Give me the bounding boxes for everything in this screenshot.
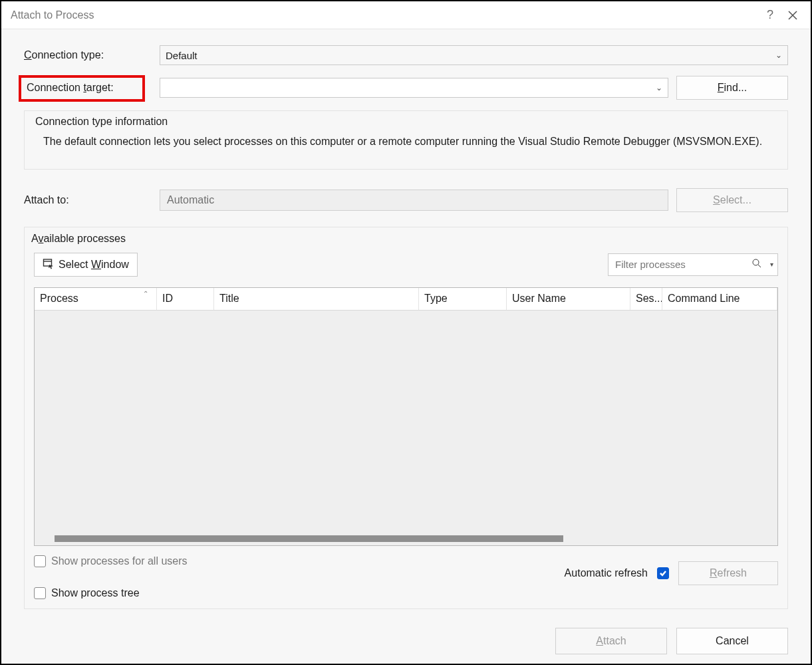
connection-type-row: Connection type: Default ⌄ — [24, 45, 788, 65]
select-window-button[interactable]: Select Window — [34, 253, 138, 277]
connection-type-select[interactable]: Default ⌄ — [160, 45, 788, 65]
sort-asc-icon: ⌃ — [143, 290, 148, 297]
close-icon[interactable] — [781, 4, 804, 27]
filter-placeholder: Filter processes — [615, 259, 747, 270]
attach-to-process-dialog: Attach to Process ? Connection type: Def… — [0, 0, 812, 665]
window-title: Attach to Process — [11, 9, 759, 21]
connection-type-label: Connection type: — [24, 49, 150, 61]
attach-to-label: Attach to: — [24, 194, 150, 206]
dialog-body: Connection type: Default ⌄ Connection ta… — [1, 29, 811, 664]
connection-type-value: Default — [166, 50, 198, 61]
chevron-down-icon[interactable]: ▾ — [766, 261, 773, 268]
col-type[interactable]: Type — [419, 288, 507, 310]
connection-target-row: Connection target: ⌄ Find... — [24, 76, 788, 100]
chevron-down-icon: ⌄ — [656, 83, 662, 92]
checkbox-icon — [34, 555, 46, 567]
attach-button[interactable]: Attach — [555, 628, 667, 654]
chevron-down-icon: ⌄ — [775, 51, 782, 60]
automatic-refresh-label: Automatic refresh — [565, 567, 648, 579]
select-button[interactable]: Select... — [676, 188, 788, 212]
grid-body[interactable] — [35, 311, 777, 532]
connection-type-info-group: Connection type information The default … — [24, 110, 788, 170]
target-window-icon — [43, 257, 55, 272]
scrollbar-thumb[interactable] — [55, 535, 563, 542]
automatic-refresh-checkbox[interactable] — [657, 567, 669, 579]
svg-point-4 — [753, 259, 759, 265]
process-footer-row: Show processes for all users Show proces… — [34, 547, 778, 599]
col-id[interactable]: ID — [157, 288, 214, 310]
find-button[interactable]: Find... — [676, 76, 788, 100]
connection-target-highlight: Connection target: — [19, 75, 145, 102]
dialog-footer: Attach Cancel — [24, 628, 788, 654]
col-user-name[interactable]: User Name — [507, 288, 630, 310]
connection-target-label: Connection target: — [24, 79, 150, 96]
grid-header: Process ⌃ ID Title Type User Name Ses...… — [35, 288, 777, 311]
available-processes-group: Available processes Select Window Filter… — [24, 227, 788, 609]
attach-to-row: Attach to: Automatic Select... — [24, 188, 788, 212]
available-processes-label: Available processes — [31, 233, 778, 245]
svg-rect-2 — [44, 259, 52, 266]
col-session[interactable]: Ses... — [630, 288, 662, 310]
col-command-line[interactable]: Command Line — [662, 288, 777, 310]
connection-type-info-legend: Connection type information — [35, 116, 777, 127]
show-process-tree-checkbox[interactable]: Show process tree — [34, 587, 188, 599]
col-process[interactable]: Process ⌃ — [35, 288, 157, 310]
col-title[interactable]: Title — [214, 288, 419, 310]
connection-type-info-desc: The default connection lets you select p… — [35, 134, 777, 150]
attach-to-input: Automatic — [160, 190, 668, 211]
search-icon — [751, 258, 762, 271]
attach-to-value: Automatic — [167, 194, 214, 206]
cancel-button[interactable]: Cancel — [676, 628, 788, 654]
horizontal-scrollbar[interactable] — [35, 532, 777, 545]
show-all-users-checkbox[interactable]: Show processes for all users — [34, 555, 188, 567]
process-toolbar: Select Window Filter processes ▾ — [34, 253, 778, 277]
svg-line-5 — [758, 265, 761, 267]
refresh-button[interactable]: Refresh — [678, 561, 778, 585]
help-icon[interactable]: ? — [759, 4, 781, 27]
filter-processes-input[interactable]: Filter processes ▾ — [608, 253, 778, 276]
process-grid: Process ⌃ ID Title Type User Name Ses...… — [34, 287, 778, 546]
checkbox-icon — [34, 587, 46, 599]
connection-target-combo[interactable]: ⌄ — [160, 78, 668, 98]
titlebar: Attach to Process ? — [1, 1, 811, 29]
